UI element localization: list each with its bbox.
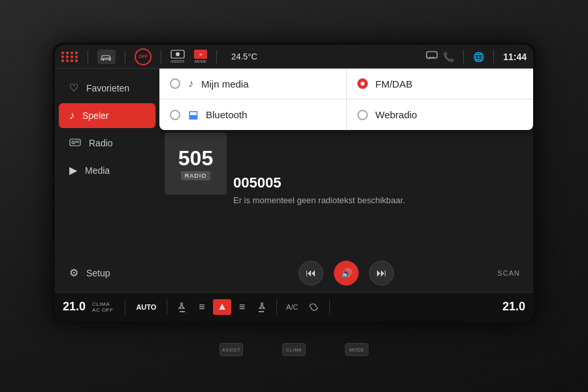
- mijn-media-option[interactable]: ♪ Mijn media: [159, 69, 347, 99]
- radio-frequency: 005005: [233, 174, 528, 191]
- top-bar-right: 📞 🌐 11:44: [426, 50, 527, 63]
- gear-icon: ⚙: [69, 267, 78, 279]
- radio-info-text: Er is momenteel geen radiotekst beschikb…: [233, 194, 528, 207]
- clima-physical-button[interactable]: CLIMA: [282, 343, 306, 356]
- clima-btn-label: CLIMA: [286, 348, 302, 352]
- radio-info: 005005 Er is momenteel geen radiotekst b…: [233, 133, 528, 249]
- assist-btn-label: ASSIST: [222, 348, 240, 352]
- bluetooth-option[interactable]: ⬓ Bluetooth: [159, 99, 347, 130]
- left-temp-display: 21.0: [63, 300, 86, 314]
- defrost-icon: ≡: [239, 301, 245, 313]
- fm-dab-option[interactable]: FM/DAB: [347, 69, 534, 99]
- mijn-media-radio[interactable]: [170, 78, 180, 89]
- volume-icon: 🔊: [341, 268, 352, 278]
- assist-physical-button[interactable]: ASSIST: [220, 343, 243, 356]
- main-content: ♡ Favorieten ♪ Speler: [55, 69, 533, 292]
- heart-icon: ♡: [69, 82, 78, 94]
- off-badge[interactable]: OFF: [135, 48, 152, 65]
- webradio-label: Webradio: [376, 109, 417, 120]
- sidebar-item-speler[interactable]: ♪ Speler: [59, 103, 155, 128]
- physical-controls: ASSIST CLIMA MODE: [220, 343, 368, 356]
- center-content: ♪ Mijn media FM/DAB: [159, 69, 533, 292]
- prev-icon: ⏮: [306, 267, 316, 279]
- fan-icon: ≡: [199, 301, 204, 313]
- music-icon: ♪: [188, 78, 193, 90]
- infotainment-screen: OFF ASSIST ≡: [55, 45, 533, 321]
- bottom-div4: [329, 299, 330, 315]
- divider6: [493, 50, 494, 63]
- svg-point-1: [109, 59, 111, 61]
- sidebar-label-radio: Radio: [89, 138, 113, 148]
- fm-dab-radio[interactable]: [357, 78, 368, 89]
- bluetooth-icon: ⬓: [188, 108, 198, 121]
- clima-text: CLIMA: [92, 301, 113, 307]
- top-bar-left: OFF ASSIST ≡: [61, 48, 263, 65]
- bluetooth-label: Bluetooth: [206, 109, 247, 120]
- divider: [88, 50, 88, 63]
- radio-badge: RADIO: [181, 171, 211, 180]
- sidebar-label-speler: Speler: [82, 110, 108, 121]
- car-background: OFF ASSIST ≡: [0, 0, 588, 392]
- phone-icon[interactable]: 📞: [443, 52, 454, 62]
- webradio-radio[interactable]: [357, 110, 368, 120]
- source-dropdown: ♪ Mijn media FM/DAB: [159, 69, 533, 130]
- wifi-icon[interactable]: 🌐: [473, 52, 484, 62]
- bottom-div2: [167, 299, 167, 315]
- hazard-button[interactable]: [213, 299, 231, 315]
- car-icon[interactable]: [97, 50, 116, 64]
- divider2: [125, 50, 125, 63]
- message-icon[interactable]: [426, 51, 438, 62]
- sidebar-item-media[interactable]: ▶ Media: [59, 157, 155, 183]
- top-bar: OFF ASSIST ≡: [55, 45, 533, 69]
- sidebar-item-radio[interactable]: Radio: [59, 131, 155, 155]
- divider5: [463, 50, 464, 63]
- mode-physical-button[interactable]: MODE: [345, 343, 368, 356]
- radio-icon: [69, 137, 81, 148]
- assist-icon[interactable]: ASSIST: [171, 50, 185, 63]
- scan-label: SCAN: [497, 269, 520, 277]
- screen-bezel: OFF ASSIST ≡: [52, 42, 536, 323]
- climate-bar: 21.0 CLIMA AC OFF AUTO ≡: [55, 292, 533, 321]
- auto-button[interactable]: AUTO: [132, 301, 160, 314]
- bottom-div1: [125, 299, 125, 315]
- music-note-icon: ♪: [69, 110, 74, 122]
- sidebar-item-setup[interactable]: ⚙ Setup: [59, 260, 155, 286]
- sidebar-label-favorieten: Favorieten: [86, 83, 129, 93]
- playback-controls: ⏮ 🔊 ⏭ SCAN: [159, 254, 533, 292]
- auto-label: AUTO: [136, 303, 156, 311]
- webradio-option[interactable]: Webradio: [347, 99, 534, 130]
- clock-display: 11:44: [503, 52, 527, 62]
- seat-heat-left-button[interactable]: [174, 299, 191, 316]
- fm-dab-label: FM/DAB: [376, 78, 413, 90]
- divider3: [161, 50, 161, 63]
- clima-label: CLIMA AC OFF: [92, 301, 113, 313]
- ac-off-text: AC OFF: [92, 307, 113, 313]
- prev-button[interactable]: ⏮: [299, 261, 323, 286]
- bluetooth-radio[interactable]: [170, 110, 180, 120]
- sidebar-item-favorieten[interactable]: ♡ Favorieten: [59, 75, 155, 101]
- play-icon: ▶: [69, 164, 77, 176]
- radio-content: 505 RADIO 005005 Er is momenteel geen ra…: [159, 127, 533, 254]
- sidebar: ♡ Favorieten ♪ Speler: [55, 69, 159, 292]
- sidebar-label-media: Media: [85, 165, 110, 176]
- svg-point-0: [103, 59, 105, 61]
- dropdown-row-2: ⬓ Bluetooth Webradio: [159, 99, 533, 130]
- fan-control-button[interactable]: ≡: [195, 299, 208, 316]
- radio-number: 505: [178, 148, 213, 169]
- apps-grid-icon[interactable]: [61, 52, 78, 62]
- svg-point-3: [176, 52, 180, 56]
- seat-heat-right-button[interactable]: [253, 299, 270, 316]
- mode-icon[interactable]: ≡ MODE: [194, 50, 207, 63]
- mijn-media-label: Mijn media: [201, 78, 249, 90]
- right-temp-display: 21.0: [502, 300, 525, 314]
- next-button[interactable]: ⏭: [369, 261, 394, 286]
- bottom-div3: [276, 299, 277, 315]
- volume-button[interactable]: 🔊: [334, 261, 359, 286]
- ac-label: A/C: [286, 303, 298, 311]
- next-icon: ⏭: [376, 267, 387, 279]
- dropdown-row-1: ♪ Mijn media FM/DAB: [159, 69, 533, 99]
- divider4: [216, 50, 217, 63]
- rear-defrost-button[interactable]: ≡: [235, 299, 249, 316]
- radio-artwork: 505 RADIO: [165, 133, 227, 195]
- temperature-display: 24.5°C: [231, 52, 257, 61]
